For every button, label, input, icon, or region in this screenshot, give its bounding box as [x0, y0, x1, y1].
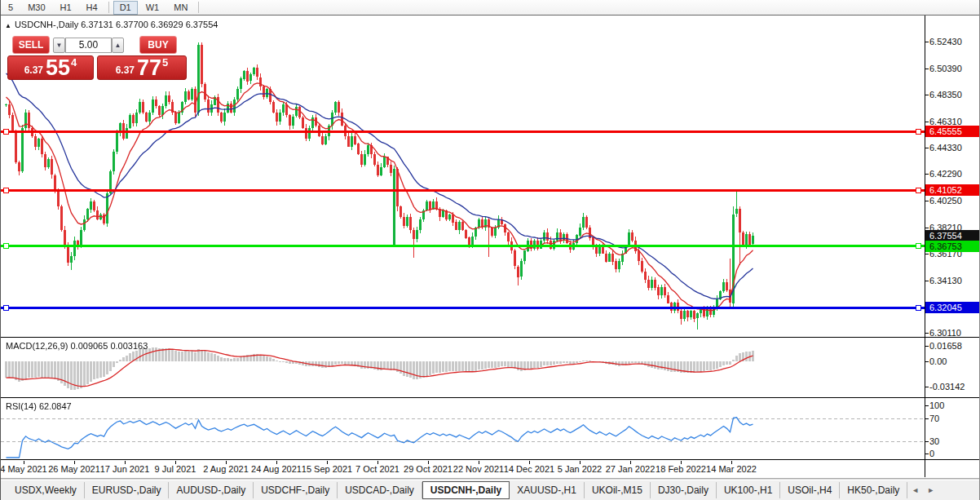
level-line[interactable] — [1, 307, 925, 309]
price-axis-badge: 6.36753 — [925, 241, 979, 252]
timeframe-button-m30[interactable]: M30 — [21, 1, 51, 15]
timeframe-button-h4[interactable]: H4 — [80, 1, 104, 15]
price-axis-label: 6.42290 — [929, 169, 962, 179]
level-line[interactable] — [1, 189, 925, 192]
macd-axis-tick — [925, 387, 929, 387]
volume-decrease-button[interactable]: ▼ — [53, 38, 65, 53]
macd-axis-tick — [925, 346, 929, 347]
rsi-indicator-label: RSI(14) 62.0847 — [6, 401, 72, 411]
price-axis-label: 6.44330 — [929, 143, 962, 153]
tab-scroll-left-icon[interactable]: ◄ — [907, 485, 923, 496]
tab-scroll-right-icon[interactable]: ► — [923, 485, 938, 496]
price-axis-tick — [925, 95, 929, 95]
timeframe-toolbar: 5M30H1H4D1W1MN — [1, 0, 980, 15]
price-axis-tick — [925, 42, 929, 42]
price-axis-label: 6.34130 — [929, 276, 962, 285]
tab-usdcad-daily[interactable]: USDCAD-,Daily — [338, 482, 422, 498]
symbol-tab-bar: USDX,WeeklyEURUSD-,DailyAUDUSD-,DailyUSD… — [1, 480, 980, 500]
price-axis-label: 6.52430 — [929, 37, 962, 46]
level-line[interactable] — [1, 131, 925, 133]
timeframe-button-mn[interactable]: MN — [167, 1, 194, 15]
price-axis-label: 6.30110 — [929, 328, 961, 338]
tab-usoil-h4[interactable]: USOil-,H4 — [780, 482, 840, 498]
price-axis-tick — [925, 174, 929, 175]
price-axis-label: 6.40250 — [929, 196, 962, 206]
tab-hk50-daily[interactable]: HK50-,Daily — [840, 482, 907, 498]
macd-axis-label: -0.03142 — [929, 382, 965, 392]
rsi-axis-tick — [925, 441, 929, 442]
timeframe-button-h1[interactable]: H1 — [54, 1, 78, 15]
volume-increase-button[interactable]: ▲ — [112, 38, 124, 53]
buy-price-pipette: 5 — [162, 56, 168, 69]
buy-price-prefix: 6.37 — [116, 64, 135, 76]
tab-usdx-weekly[interactable]: USDX,Weekly — [7, 482, 85, 498]
tab-eurusd-daily[interactable]: EURUSD-,Daily — [85, 482, 170, 498]
chart-ohlc-text: USDCNH-,Daily 6.37131 6.37700 6.36929 6.… — [15, 20, 219, 29]
toolbar-separator — [198, 2, 199, 13]
statusbar-groove — [1, 478, 980, 480]
level-line-handle[interactable] — [3, 243, 9, 249]
pane-divider — [1, 337, 980, 338]
buy-price-box[interactable]: 6.37775 — [97, 55, 187, 80]
sell-button[interactable]: SELL — [12, 36, 50, 54]
price-axis-badge: 6.37554 — [925, 230, 979, 241]
pane-divider — [1, 459, 980, 460]
price-axis-badge: 6.45555 — [925, 126, 979, 137]
rsi-axis-label: 0 — [929, 449, 934, 458]
tab-ukoil-m15[interactable]: UKOil-,M15 — [585, 482, 651, 498]
tab-uk100-h1[interactable]: UK100-,H1 — [717, 482, 780, 498]
timeframe-button-d1[interactable]: D1 — [113, 1, 138, 15]
price-axis-tick — [925, 333, 929, 334]
price-axis-tick — [925, 148, 929, 148]
timeframe-button-5[interactable]: 5 — [2, 1, 20, 15]
rsi-axis-tick — [925, 405, 929, 406]
sell-price-pipette: 4 — [71, 56, 77, 69]
level-line[interactable] — [1, 245, 925, 247]
macd-axis-label: 0.01658 — [929, 341, 962, 351]
price-axis-tick — [925, 281, 929, 281]
level-line-handle[interactable] — [3, 305, 9, 311]
price-axis-tick — [925, 254, 929, 254]
tab-audusd-daily[interactable]: AUDUSD-,Daily — [169, 482, 254, 498]
level-line-handle[interactable] — [3, 129, 9, 135]
price-axis-label: 6.48350 — [929, 90, 962, 100]
sell-price-box[interactable]: 6.37554 — [7, 55, 94, 80]
level-line-handle[interactable] — [916, 243, 921, 249]
price-axis-tick — [925, 122, 929, 122]
level-line-handle[interactable] — [3, 188, 9, 193]
macd-axis-tick — [925, 361, 929, 362]
price-axis-tick — [925, 69, 929, 69]
price-axis-label: 6.50390 — [929, 64, 962, 73]
price-axis-tick — [925, 201, 929, 201]
pane-divider — [1, 397, 980, 398]
time-axis-label: 14 Mar 2022 — [699, 464, 764, 474]
rsi-axis-label: 100 — [929, 400, 944, 410]
rsi-pane-canvas[interactable] — [1, 399, 925, 459]
symbol-marker-icon: ▲ — [5, 22, 11, 29]
volume-input[interactable]: 5.00 — [65, 38, 112, 53]
timeframe-button-w1[interactable]: W1 — [139, 1, 166, 15]
buy-price-big: 77 — [137, 57, 161, 78]
tab-usdchf-daily[interactable]: USDCHF-,Daily — [254, 482, 338, 498]
rsi-axis-label: 30 — [929, 436, 939, 446]
price-axis-tick — [925, 228, 929, 228]
rsi-axis-tick — [925, 418, 929, 419]
level-line-handle[interactable] — [916, 188, 921, 193]
buy-button[interactable]: BUY — [139, 36, 177, 54]
price-axis-badge: 6.32045 — [925, 302, 979, 313]
level-line-handle[interactable] — [916, 129, 921, 135]
macd-indicator-label: MACD(12,26,9) 0.009065 0.003163 — [6, 341, 148, 351]
tab-usdcnh-daily[interactable]: USDCNH-,Daily — [422, 481, 510, 499]
tab-xauusd-h1[interactable]: XAUUSD-,H1 — [510, 482, 585, 498]
price-axis-badge: 6.41052 — [925, 184, 979, 196]
rsi-axis-tick — [925, 454, 929, 454]
toolbar-separator — [108, 2, 109, 13]
level-line-handle[interactable] — [916, 305, 921, 311]
sell-price-prefix: 6.37 — [24, 64, 43, 76]
terminal-window: 5M30H1H4D1W1MN ▲USDCNH-,Daily 6.37131 6.… — [0, 0, 980, 500]
sell-price-big: 55 — [46, 57, 70, 78]
rsi-axis-label: 70 — [929, 414, 939, 423]
chart-title: ▲USDCNH-,Daily 6.37131 6.37700 6.36929 6… — [5, 20, 218, 29]
tab-dj30-daily[interactable]: DJ30-,Daily — [651, 482, 717, 498]
macd-axis-label: 0.00 — [929, 356, 947, 366]
